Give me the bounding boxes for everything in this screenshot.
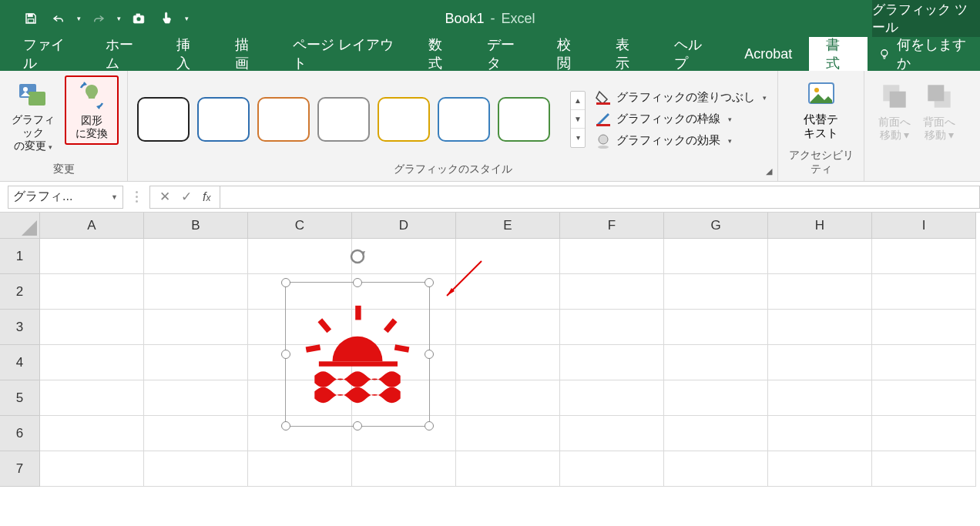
enter-formula-button[interactable]: ✓ <box>181 189 192 205</box>
cell-A5[interactable] <box>40 380 144 416</box>
style-swatch-6[interactable] <box>498 97 550 142</box>
tab-page-layout[interactable]: ページ レイアウト <box>276 37 411 71</box>
row-header-2[interactable]: 2 <box>0 274 40 310</box>
camera-button[interactable] <box>126 6 151 31</box>
column-header-F[interactable]: F <box>560 213 664 239</box>
row-header-6[interactable]: 6 <box>0 416 40 451</box>
cell-B3[interactable] <box>144 310 248 345</box>
cell-H1[interactable] <box>768 239 872 274</box>
cell-E7[interactable] <box>456 451 560 487</box>
gallery-up-button[interactable]: ▲ <box>571 92 585 110</box>
undo-dropdown[interactable]: ▾ <box>74 15 83 22</box>
style-swatch-1[interactable] <box>197 97 250 142</box>
cell-G4[interactable] <box>664 345 768 380</box>
cell-B2[interactable] <box>144 274 248 310</box>
tell-me-search[interactable]: 何をしますか <box>868 37 980 71</box>
cell-I3[interactable] <box>872 310 976 345</box>
cell-G6[interactable] <box>664 416 768 451</box>
row-header-7[interactable]: 7 <box>0 451 40 487</box>
cell-I5[interactable] <box>872 380 976 416</box>
cell-B5[interactable] <box>144 380 248 416</box>
resize-handle-w[interactable] <box>281 350 290 359</box>
row-header-4[interactable]: 4 <box>0 345 40 380</box>
cell-E4[interactable] <box>456 345 560 380</box>
cell-H5[interactable] <box>768 380 872 416</box>
cell-F1[interactable] <box>560 239 664 274</box>
style-swatch-5[interactable] <box>438 97 490 142</box>
tab-acrobat[interactable]: Acrobat <box>727 37 809 71</box>
row-header-5[interactable]: 5 <box>0 380 40 416</box>
cell-H2[interactable] <box>768 274 872 310</box>
cell-G7[interactable] <box>664 451 768 487</box>
cell-G3[interactable] <box>664 310 768 345</box>
alt-text-button[interactable]: 代替テ キスト <box>790 75 852 143</box>
undo-button[interactable] <box>46 6 71 31</box>
row-header-1[interactable]: 1 <box>0 239 40 274</box>
cell-D7[interactable] <box>352 451 456 487</box>
gallery-down-button[interactable]: ▼ <box>571 110 585 129</box>
cell-B7[interactable] <box>144 451 248 487</box>
row-header-3[interactable]: 3 <box>0 310 40 345</box>
cell-E6[interactable] <box>456 416 560 451</box>
graphic-fill-button[interactable]: グラフィックの塗りつぶし▾ <box>595 89 767 106</box>
styles-dialog-launcher[interactable]: ◢ <box>764 166 774 176</box>
resize-handle-s[interactable] <box>353 421 362 431</box>
rotate-handle[interactable] <box>348 247 367 266</box>
bring-forward-button[interactable]: 前面へ 移動 ▾ <box>878 80 911 142</box>
cell-G1[interactable] <box>664 239 768 274</box>
cell-H4[interactable] <box>768 345 872 380</box>
cell-F4[interactable] <box>560 345 664 380</box>
tab-home[interactable]: ホーム <box>89 37 159 71</box>
column-header-C[interactable]: C <box>248 213 352 239</box>
style-swatch-3[interactable] <box>317 97 370 142</box>
redo-button[interactable] <box>86 6 111 31</box>
style-swatch-0[interactable] <box>137 97 190 142</box>
tab-data[interactable]: データ <box>470 37 541 71</box>
fx-icon[interactable]: fx <box>203 190 210 204</box>
graphic-outline-button[interactable]: グラフィックの枠線▾ <box>595 111 767 128</box>
cell-E5[interactable] <box>456 380 560 416</box>
column-header-I[interactable]: I <box>872 213 976 239</box>
cell-A3[interactable] <box>40 310 144 345</box>
cell-I4[interactable] <box>872 345 976 380</box>
resize-handle-e[interactable] <box>425 350 434 359</box>
resize-handle-n[interactable] <box>353 278 362 287</box>
cancel-formula-button[interactable]: ✕ <box>159 189 170 205</box>
cell-A4[interactable] <box>40 345 144 380</box>
cell-I6[interactable] <box>872 416 976 451</box>
cell-I7[interactable] <box>872 451 976 487</box>
save-button[interactable] <box>18 6 43 31</box>
cell-A7[interactable] <box>40 451 144 487</box>
cell-F7[interactable] <box>560 451 664 487</box>
tab-draw[interactable]: 描画 <box>218 37 277 71</box>
resize-handle-sw[interactable] <box>281 421 290 431</box>
formula-bar-grip[interactable] <box>131 191 142 203</box>
tab-help[interactable]: ヘルプ <box>657 37 728 71</box>
touch-mode-button[interactable] <box>154 6 179 31</box>
cell-G2[interactable] <box>664 274 768 310</box>
touch-dropdown[interactable]: ▾ <box>182 15 191 22</box>
cell-H3[interactable] <box>768 310 872 345</box>
tab-review[interactable]: 校閲 <box>540 37 599 71</box>
column-header-H[interactable]: H <box>768 213 872 239</box>
cell-F2[interactable] <box>560 274 664 310</box>
tab-insert[interactable]: 挿入 <box>159 37 218 71</box>
cell-E3[interactable] <box>456 310 560 345</box>
cell-H6[interactable] <box>768 416 872 451</box>
cell-C1[interactable] <box>248 239 352 274</box>
resize-handle-nw[interactable] <box>281 278 290 287</box>
resize-handle-ne[interactable] <box>425 278 434 287</box>
column-header-A[interactable]: A <box>40 213 144 239</box>
cell-F6[interactable] <box>560 416 664 451</box>
name-box[interactable]: グラフィ... ▼ <box>8 186 123 209</box>
cell-A2[interactable] <box>40 274 144 310</box>
cell-F3[interactable] <box>560 310 664 345</box>
cell-I2[interactable] <box>872 274 976 310</box>
tab-formulas[interactable]: 数式 <box>411 37 470 71</box>
cell-A1[interactable] <box>40 239 144 274</box>
style-gallery[interactable] <box>134 92 566 146</box>
graphic-effects-button[interactable]: グラフィックの効果▾ <box>595 132 767 149</box>
style-swatch-4[interactable] <box>378 97 430 142</box>
cell-F5[interactable] <box>560 380 664 416</box>
tab-file[interactable]: ファイル <box>6 37 89 71</box>
